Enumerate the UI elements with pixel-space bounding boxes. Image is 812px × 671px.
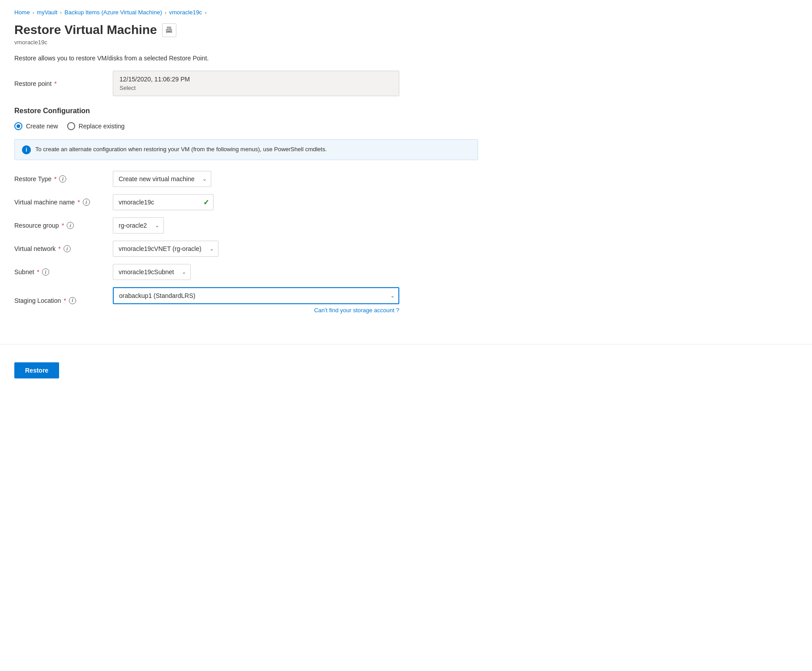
vm-name-required: * — [77, 199, 80, 206]
radio-create-new-circle — [14, 122, 22, 130]
restore-button[interactable]: Restore — [14, 362, 59, 378]
subnet-label: Subnet * i — [14, 268, 113, 276]
page-subtitle: vmoracle19c — [14, 39, 478, 46]
radio-replace-existing-circle — [67, 122, 75, 130]
virtual-network-dropdown[interactable]: vmoracle19cVNET (rg-oracle) — [113, 241, 218, 257]
restore-type-label: Restore Type * i — [14, 175, 113, 183]
vm-name-input[interactable] — [113, 194, 214, 210]
vm-name-input-wrapper: ✓ — [113, 194, 214, 210]
subnet-dropdown-wrapper: vmoracle19cSubnet ⌄ — [113, 264, 191, 280]
resource-group-required: * — [62, 222, 64, 229]
radio-create-new-label: Create new — [26, 123, 58, 130]
footer-bar: Restore — [0, 353, 812, 387]
restore-point-required: * — [54, 80, 56, 87]
restore-type-info-icon[interactable]: i — [59, 175, 66, 183]
staging-location-dropdown[interactable]: orabackup1 (StandardLRS) — [113, 287, 399, 304]
subnet-dropdown[interactable]: vmoracle19cSubnet — [113, 264, 191, 280]
radio-group: Create new Replace existing — [14, 122, 478, 130]
radio-replace-existing-label: Replace existing — [79, 123, 125, 130]
staging-location-info-icon[interactable]: i — [69, 297, 76, 304]
virtual-network-label: Virtual network * i — [14, 245, 113, 252]
resource-group-dropdown[interactable]: rg-oracle2 rg-oracle — [113, 217, 164, 234]
subnet-row: Subnet * i vmoracle19cSubnet ⌄ — [14, 264, 478, 280]
vm-name-check-icon: ✓ — [203, 198, 209, 207]
breadcrumb-sep-4: › — [205, 10, 206, 15]
vm-name-label: Virtual machine name * i — [14, 199, 113, 206]
restore-type-dropdown-wrapper: Create new virtual machine Restore disks… — [113, 171, 211, 187]
restore-type-dropdown[interactable]: Create new virtual machine Restore disks — [113, 171, 211, 187]
breadcrumb-sep-2: › — [60, 10, 62, 15]
staging-location-required: * — [64, 297, 66, 304]
breadcrumb: Home › myVault › Backup Items (Azure Vir… — [14, 9, 478, 16]
storage-account-link[interactable]: Can't find your storage account ? — [113, 307, 399, 314]
page-title: Restore Virtual Machine — [14, 23, 157, 37]
print-icon[interactable]: 🖶 — [162, 23, 176, 37]
breadcrumb-vm[interactable]: vmoracle19c — [169, 9, 202, 16]
breadcrumb-vault[interactable]: myVault — [37, 9, 57, 16]
staging-location-control: orabackup1 (StandardLRS) ⌄ Can't find yo… — [113, 287, 399, 314]
restore-point-box[interactable]: 12/15/2020, 11:06:29 PM Select — [113, 71, 399, 96]
page-header: Restore Virtual Machine 🖶 — [14, 23, 478, 37]
info-banner-icon: i — [22, 145, 31, 154]
resource-group-info-icon[interactable]: i — [67, 222, 74, 229]
restore-type-row: Restore Type * i Create new virtual mach… — [14, 171, 478, 187]
info-banner-text: To create an alternate configuration whe… — [35, 145, 327, 154]
virtual-network-required: * — [58, 245, 60, 252]
vm-name-info-icon[interactable]: i — [83, 199, 90, 206]
staging-location-row: Staging Location * i orabackup1 (Standar… — [14, 287, 478, 314]
staging-location-dropdown-wrapper: orabackup1 (StandardLRS) ⌄ — [113, 287, 399, 304]
restore-type-required: * — [54, 175, 56, 183]
restore-point-control: 12/15/2020, 11:06:29 PM Select — [113, 71, 399, 96]
subnet-info-icon[interactable]: i — [42, 268, 49, 276]
subnet-required: * — [37, 268, 39, 276]
radio-replace-existing[interactable]: Replace existing — [67, 122, 125, 130]
resource-group-label: Resource group * i — [14, 222, 113, 229]
resource-group-dropdown-wrapper: rg-oracle2 rg-oracle ⌄ — [113, 217, 164, 234]
restore-point-label: Restore point * — [14, 80, 113, 87]
breadcrumb-home[interactable]: Home — [14, 9, 30, 16]
breadcrumb-sep-3: › — [165, 10, 167, 15]
section-heading: Restore Configuration — [14, 107, 478, 115]
virtual-network-dropdown-wrapper: vmoracle19cVNET (rg-oracle) ⌄ — [113, 241, 218, 257]
staging-location-label: Staging Location * i — [14, 297, 113, 304]
breadcrumb-sep-1: › — [33, 10, 34, 15]
radio-create-new[interactable]: Create new — [14, 122, 58, 130]
restore-point-select[interactable]: Select — [120, 85, 393, 91]
footer-divider — [0, 344, 812, 344]
info-banner: i To create an alternate configuration w… — [14, 139, 478, 160]
description-text: Restore allows you to restore VM/disks f… — [14, 55, 478, 62]
virtual-network-info-icon[interactable]: i — [64, 245, 71, 252]
virtual-network-row: Virtual network * i vmoracle19cVNET (rg-… — [14, 241, 478, 257]
resource-group-row: Resource group * i rg-oracle2 rg-oracle … — [14, 217, 478, 234]
vm-name-row: Virtual machine name * i ✓ — [14, 194, 478, 210]
breadcrumb-backup-items[interactable]: Backup Items (Azure Virtual Machine) — [64, 9, 162, 16]
restore-point-value: 12/15/2020, 11:06:29 PM — [120, 76, 393, 83]
restore-point-row: Restore point * 12/15/2020, 11:06:29 PM … — [14, 71, 478, 96]
